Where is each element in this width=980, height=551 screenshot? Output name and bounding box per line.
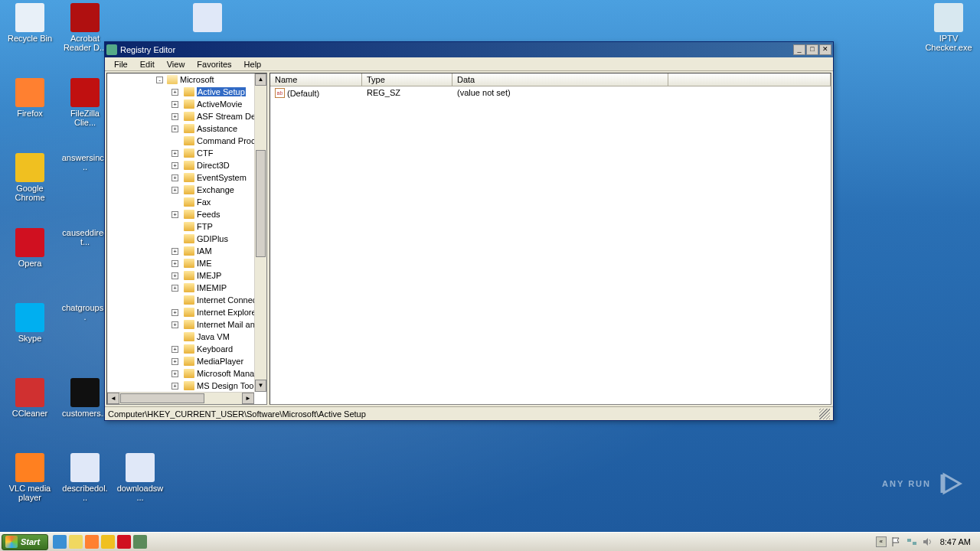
expander-icon[interactable]: + (172, 174, 178, 181)
tree-node[interactable]: GDIPlus (107, 233, 254, 245)
scroll-left-arrow[interactable]: ◄ (107, 393, 119, 404)
resize-grip[interactable] (819, 409, 830, 419)
list-pane[interactable]: Name Type Data ab(Default)REG_SZ(value n… (270, 73, 831, 405)
desktop-icon-caused[interactable]: causeddirect... (61, 228, 109, 246)
desktop-icon-answers[interactable]: answersincl... (61, 153, 109, 171)
menu-favorites[interactable]: Favorites (191, 58, 237, 70)
desktop-icon-iptv[interactable]: IPTV Checker.exe (925, 3, 972, 52)
expander-icon[interactable]: - (156, 77, 163, 83)
menu-view[interactable]: View (161, 58, 191, 70)
tree-pane[interactable]: -Microsoft+Active Setup+ActiveMovie+ASF … (106, 73, 267, 405)
scroll-right-arrow[interactable]: ► (242, 393, 254, 404)
tree-node[interactable]: +ASF Stream Des (107, 110, 254, 122)
quicklaunch-explorer[interactable] (69, 535, 83, 549)
vertical-scrollbar[interactable]: ▲ ▼ (254, 73, 266, 392)
tray-flag-icon[interactable] (891, 536, 902, 547)
desktop-icon-worddoc1[interactable] (184, 3, 231, 34)
quicklaunch-chrome[interactable] (101, 535, 115, 549)
close-button[interactable]: ✕ (819, 44, 831, 55)
tree-node[interactable]: +IAM (107, 245, 254, 257)
expander-icon[interactable]: + (172, 248, 178, 255)
expander-icon[interactable]: + (172, 272, 178, 279)
clock[interactable]: 8:47 AM (940, 537, 971, 546)
desktop-icon-firefox[interactable]: Firefox (6, 78, 54, 118)
list-row[interactable]: ab(Default)REG_SZ(value not set) (270, 86, 831, 99)
tree-node[interactable]: +Feeds (107, 208, 254, 220)
desktop-icon-skype[interactable]: Skype (6, 303, 54, 343)
tree-node[interactable]: +CTF (107, 147, 254, 159)
tray-expand-icon[interactable]: « (876, 536, 887, 547)
tree-node[interactable]: Java VM (107, 331, 254, 343)
desktop-icon-chrome[interactable]: Google Chrome (6, 153, 54, 202)
scroll-up-arrow[interactable]: ▲ (255, 73, 266, 86)
desktop-icon-chatgroups[interactable]: chatgroups... (61, 303, 109, 321)
tree-node[interactable]: +Active Setup (107, 86, 254, 98)
desktop-icon-customers[interactable]: customers... (61, 378, 109, 418)
expander-icon[interactable]: + (172, 346, 178, 353)
desktop-icon-ccleaner[interactable]: CCleaner (6, 378, 54, 418)
tree-node[interactable]: +MediaPlayer (107, 355, 254, 367)
tree-node[interactable]: Command Proce (107, 135, 254, 147)
expander-icon[interactable]: + (172, 101, 178, 108)
tree-node[interactable]: +Assistance (107, 122, 254, 135)
scroll-down-arrow[interactable]: ▼ (255, 380, 266, 392)
tree-node-root[interactable]: -Microsoft (107, 73, 254, 86)
horizontal-scrollbar[interactable]: ◄ ► (107, 392, 254, 404)
desktop-icon-vlc[interactable]: VLC media player (6, 453, 54, 502)
menu-edit[interactable]: Edit (134, 58, 161, 70)
expander-icon[interactable]: + (172, 321, 178, 328)
tree-node[interactable]: +IMEMIP (107, 282, 254, 294)
minimize-button[interactable]: _ (793, 44, 805, 55)
tree-node[interactable]: +Keyboard (107, 343, 254, 355)
desktop-icon-opera[interactable]: Opera (6, 228, 54, 268)
quicklaunch-opera[interactable] (117, 535, 131, 549)
column-pad[interactable] (668, 73, 831, 86)
expander-icon[interactable]: + (172, 162, 178, 169)
expander-icon[interactable]: + (172, 383, 178, 390)
tree-node[interactable]: +Exchange (107, 184, 254, 196)
hscroll-thumb[interactable] (120, 393, 204, 403)
titlebar[interactable]: Registry Editor _ □ ✕ (105, 42, 833, 57)
quicklaunch-ie[interactable] (53, 535, 67, 549)
tree-node[interactable]: +Direct3D (107, 159, 254, 171)
tray-volume-icon[interactable] (922, 536, 933, 547)
tree-node[interactable]: +Internet Explore (107, 306, 254, 318)
tree-node[interactable]: +IME (107, 257, 254, 269)
scroll-thumb[interactable] (256, 150, 266, 257)
tree-node[interactable]: Fax (107, 196, 254, 208)
menu-file[interactable]: File (108, 58, 134, 70)
tree-node[interactable]: +EventSystem (107, 171, 254, 184)
desktop-icon-recycle-bin[interactable]: Recycle Bin (6, 3, 54, 43)
maximize-button[interactable]: □ (806, 44, 818, 55)
expander-icon[interactable]: + (172, 211, 178, 218)
tree-node[interactable]: +Internet Mail an (107, 318, 254, 331)
tree-node[interactable]: +MS Design Tools (107, 380, 254, 392)
tree-node[interactable]: Internet Connec (107, 294, 254, 306)
expander-icon[interactable]: + (172, 370, 178, 377)
tree-node[interactable]: +IMEJP (107, 269, 254, 282)
tree-node[interactable]: +Microsoft Manag (107, 367, 254, 380)
expander-icon[interactable]: + (172, 260, 178, 267)
start-button[interactable]: Start (2, 534, 48, 550)
expander-icon[interactable]: + (172, 285, 178, 292)
tree-node[interactable]: +ActiveMovie (107, 98, 254, 110)
tree-node[interactable]: FTP (107, 220, 254, 233)
desktop-icon-downloads[interactable]: downloadsw... (116, 453, 164, 502)
expander-icon[interactable]: + (172, 113, 178, 120)
expander-icon[interactable]: + (172, 89, 178, 96)
desktop-icon-acrobat[interactable]: Acrobat Reader D... (61, 3, 109, 52)
tray-network-icon[interactable] (906, 536, 917, 547)
column-data[interactable]: Data (452, 73, 668, 86)
desktop-icon-filezilla[interactable]: FileZilla Clie... (61, 78, 109, 127)
menu-help[interactable]: Help (238, 58, 268, 70)
expander-icon[interactable]: + (172, 150, 178, 157)
column-type[interactable]: Type (362, 73, 452, 86)
desktop-icon-described[interactable]: describedol... (61, 453, 109, 502)
quicklaunch-wmp[interactable] (85, 535, 99, 549)
quicklaunch-regedit[interactable] (133, 535, 147, 549)
expander-icon[interactable]: + (172, 358, 178, 365)
expander-icon[interactable]: + (172, 187, 178, 194)
column-name[interactable]: Name (270, 73, 362, 86)
expander-icon[interactable]: + (172, 126, 178, 132)
expander-icon[interactable]: + (172, 309, 178, 316)
